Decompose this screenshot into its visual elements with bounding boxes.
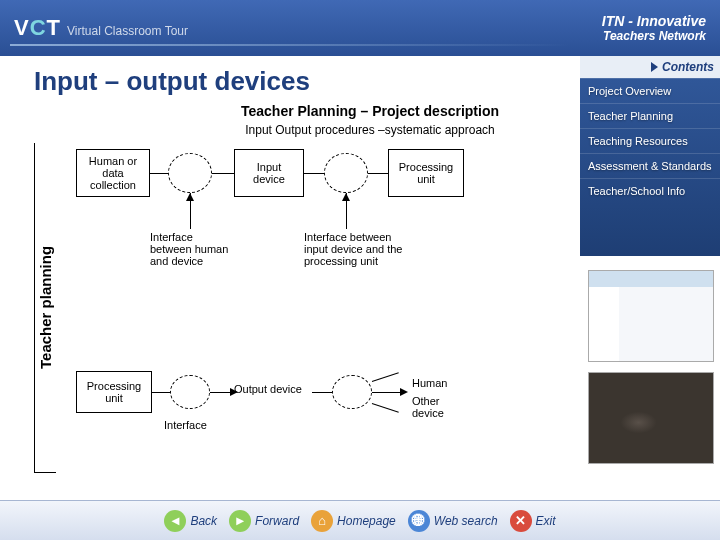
- label-interface-proc: Interface between input device and the p…: [304, 231, 404, 267]
- arrowhead-up-icon: [186, 193, 194, 201]
- footer-nav: ◄ Back ► Forward ⌂ Homepage 🌐︎ Web searc…: [0, 500, 720, 540]
- exit-label: Exit: [536, 514, 556, 528]
- line: [372, 372, 399, 382]
- exit-button[interactable]: ✕ Exit: [510, 510, 556, 532]
- line: [312, 392, 332, 393]
- close-icon: ✕: [510, 510, 532, 532]
- itn-line2: Teachers Network: [602, 29, 706, 43]
- label-interface-human: Interface between human and device: [150, 231, 236, 267]
- app-header: VCT Virtual Classroom Tour ITN - Innovat…: [0, 0, 720, 56]
- vct-logo: VCT Virtual Classroom Tour: [14, 15, 188, 41]
- home-icon: ⌂: [311, 510, 333, 532]
- line: [372, 403, 399, 413]
- itn-line1: ITN - Innovative: [602, 13, 706, 29]
- box-human-data: Human or data collection: [76, 149, 150, 197]
- page-title: Input – output devices: [34, 66, 706, 97]
- line: [210, 392, 232, 393]
- header-divider: [10, 44, 570, 46]
- logo-t: T: [47, 15, 61, 40]
- back-button[interactable]: ◄ Back: [164, 510, 217, 532]
- content-wrap: Teacher planning Human or data collectio…: [34, 143, 706, 473]
- section-title: Teacher Planning – Project description: [34, 103, 706, 119]
- label-interface-2: Interface: [164, 419, 207, 431]
- itn-label: ITN - Innovative Teachers Network: [602, 13, 706, 43]
- logo-mark: VCT: [14, 15, 61, 41]
- interface-ellipse-3: [170, 375, 210, 409]
- interface-ellipse-1: [168, 153, 212, 193]
- websearch-label: Web search: [434, 514, 498, 528]
- box-processing-unit-2: Processing unit: [76, 371, 152, 413]
- page-body: Input – output devices Teacher Planning …: [0, 56, 720, 496]
- label-human: Human: [412, 377, 447, 389]
- interface-ellipse-2: [324, 153, 368, 193]
- line: [368, 173, 388, 174]
- vertical-label: Teacher planning: [34, 143, 56, 473]
- arrowhead-right-icon: [400, 388, 408, 396]
- label-other-device: Other device: [412, 395, 460, 419]
- forward-label: Forward: [255, 514, 299, 528]
- homepage-button[interactable]: ⌂ Homepage: [311, 510, 396, 532]
- logo-c: C: [30, 15, 47, 40]
- label-output-device: Output device: [234, 383, 314, 395]
- websearch-button[interactable]: 🌐︎ Web search: [408, 510, 498, 532]
- logo-v: V: [14, 15, 30, 40]
- back-icon: ◄: [164, 510, 186, 532]
- forward-button[interactable]: ► Forward: [229, 510, 299, 532]
- logo-subtitle: Virtual Classroom Tour: [67, 24, 188, 38]
- arrowhead-up-icon: [342, 193, 350, 201]
- line: [150, 173, 168, 174]
- box-input-device: Input device: [234, 149, 304, 197]
- section-subtitle: Input Output procedures –systematic appr…: [34, 123, 706, 137]
- arrowhead-right-icon: [230, 388, 238, 396]
- line: [212, 173, 234, 174]
- globe-icon: 🌐︎: [408, 510, 430, 532]
- diagram-area: Human or data collection Input device Pr…: [56, 143, 706, 473]
- line: [304, 173, 324, 174]
- line: [152, 392, 170, 393]
- line: [372, 392, 402, 393]
- back-label: Back: [190, 514, 217, 528]
- homepage-label: Homepage: [337, 514, 396, 528]
- box-processing-unit: Processing unit: [388, 149, 464, 197]
- forward-icon: ►: [229, 510, 251, 532]
- interface-ellipse-4: [332, 375, 372, 409]
